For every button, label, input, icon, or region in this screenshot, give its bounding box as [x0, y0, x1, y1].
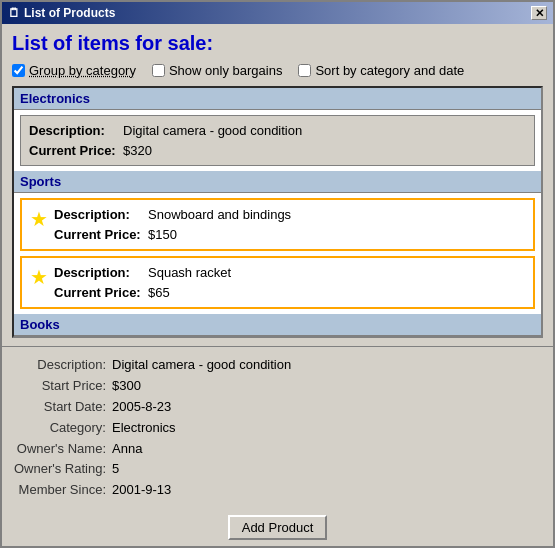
show-bargains-label: Show only bargains: [169, 63, 282, 78]
star-icon: ★: [30, 265, 48, 289]
item-details: Description: Squash racket Current Price…: [54, 263, 525, 302]
group-by-label: Group by category: [29, 63, 136, 78]
detail-rating-label: Owner's Rating:: [12, 459, 112, 480]
detail-description-row: Description: Digital camera - good condi…: [12, 355, 543, 376]
detail-start-date-value: 2005-8-23: [112, 397, 171, 418]
detail-category-row: Category: Electronics: [12, 418, 543, 439]
item-price-row: Current Price: $65: [54, 283, 525, 303]
detail-start-price-row: Start Price: $300: [12, 376, 543, 397]
window-icon: 🗒: [8, 6, 20, 20]
list-item[interactable]: ★ Description: Snowboard and bindings Cu…: [20, 198, 535, 251]
detail-rating-value: 5: [112, 459, 119, 480]
title-bar-title: 🗒 List of Products: [8, 6, 115, 20]
show-bargains-checkbox-group: Show only bargains: [152, 63, 282, 78]
detail-category-value: Electronics: [112, 418, 176, 439]
bottom-bar: Add Product: [2, 509, 553, 546]
group-by-checkbox[interactable]: [12, 64, 25, 77]
title-bar: 🗒 List of Products ✕: [2, 2, 553, 24]
description-label: Description:: [54, 263, 144, 283]
item-price-row: Current Price: $150: [54, 225, 525, 245]
sort-checkbox[interactable]: [298, 64, 311, 77]
star-icon: ★: [30, 207, 48, 231]
price-value: $150: [148, 225, 177, 245]
detail-start-price-value: $300: [112, 376, 141, 397]
detail-owner-label: Owner's Name:: [12, 439, 112, 460]
description-value: Snowboard and bindings: [148, 205, 291, 225]
window-content: List of items for sale: Group by categor…: [2, 24, 553, 346]
detail-description-value: Digital camera - good condition: [112, 355, 291, 376]
item-details: Description: Digital camera - good condi…: [29, 121, 526, 160]
item-description-row: Description: Snowboard and bindings: [54, 205, 525, 225]
item-description-row: Description: Digital camera - good condi…: [29, 121, 526, 141]
category-header-sports: Sports: [14, 171, 541, 193]
detail-start-date-row: Start Date: 2005-8-23: [12, 397, 543, 418]
price-label: Current Price:: [29, 141, 119, 161]
description-label: Description:: [29, 121, 119, 141]
window-title: List of Products: [24, 6, 115, 20]
description-value: Squash racket: [148, 263, 231, 283]
page-title: List of items for sale:: [12, 32, 543, 55]
detail-start-date-label: Start Date:: [12, 397, 112, 418]
price-value: $320: [123, 141, 152, 161]
item-details: Description: Snowboard and bindings Curr…: [54, 205, 525, 244]
detail-member-row: Member Since: 2001-9-13: [12, 480, 543, 501]
list-item[interactable]: Description: Digital camera - good condi…: [20, 115, 535, 166]
detail-member-value: 2001-9-13: [112, 480, 171, 501]
price-value: $65: [148, 283, 170, 303]
item-price-row: Current Price: $320: [29, 141, 526, 161]
price-label: Current Price:: [54, 283, 144, 303]
list-item[interactable]: ★ Description: Squash racket Current Pri…: [20, 256, 535, 309]
item-description-row: Description: Squash racket: [54, 263, 525, 283]
detail-description-label: Description:: [12, 355, 112, 376]
product-list[interactable]: Electronics Description: Digital camera …: [12, 86, 543, 338]
detail-owner-value: Anna: [112, 439, 142, 460]
group-by-checkbox-group: Group by category: [12, 63, 136, 78]
detail-owner-row: Owner's Name: Anna: [12, 439, 543, 460]
toolbar: Group by category Show only bargains Sor…: [12, 63, 543, 78]
detail-section: Description: Digital camera - good condi…: [2, 346, 553, 509]
price-label: Current Price:: [54, 225, 144, 245]
sort-checkbox-group: Sort by category and date: [298, 63, 464, 78]
detail-category-label: Category:: [12, 418, 112, 439]
category-header-electronics: Electronics: [14, 88, 541, 110]
show-bargains-checkbox[interactable]: [152, 64, 165, 77]
detail-start-price-label: Start Price:: [12, 376, 112, 397]
category-header-books: Books: [14, 314, 541, 336]
detail-rating-row: Owner's Rating: 5: [12, 459, 543, 480]
description-label: Description:: [54, 205, 144, 225]
add-product-button[interactable]: Add Product: [228, 515, 328, 540]
main-window: 🗒 List of Products ✕ List of items for s…: [0, 0, 555, 548]
description-value: Digital camera - good condition: [123, 121, 302, 141]
detail-member-label: Member Since:: [12, 480, 112, 501]
sort-label: Sort by category and date: [315, 63, 464, 78]
close-button[interactable]: ✕: [531, 6, 547, 20]
